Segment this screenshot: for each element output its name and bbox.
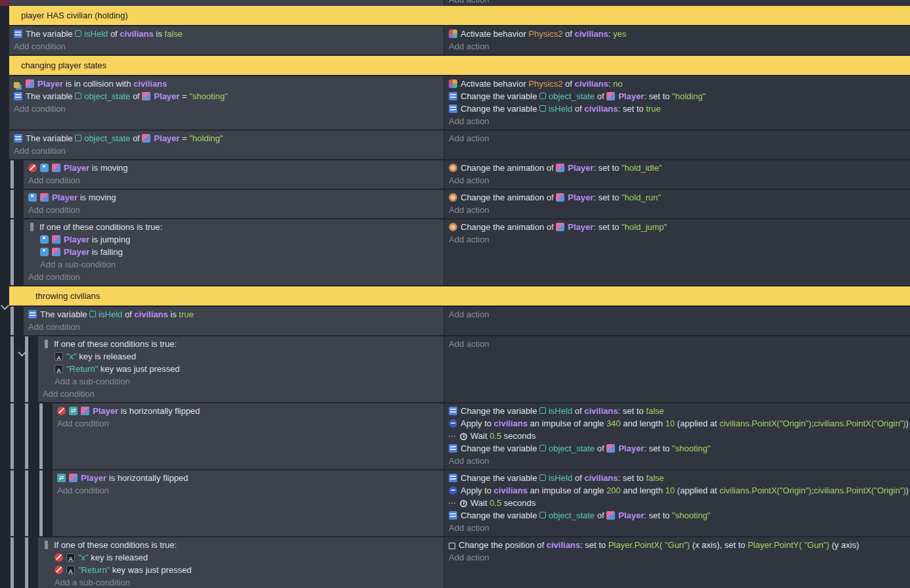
text-token: seconds: [501, 498, 535, 508]
condition[interactable]: Player is jumping: [24, 233, 444, 246]
condition[interactable]: Player is horizontally flipped: [53, 472, 444, 484]
action[interactable]: Change the variable isHeld of civilians:…: [444, 472, 910, 484]
action[interactable]: Wait 0.5 seconds: [444, 497, 910, 509]
add-action-link[interactable]: Add action: [444, 115, 910, 127]
text-token: false: [646, 406, 664, 416]
add-condition-link[interactable]: Add condition: [53, 417, 444, 430]
action[interactable]: Change the position of civilians: set to…: [444, 539, 910, 551]
drag-handle[interactable]: [39, 470, 43, 536]
add-sub-condition-link[interactable]: Add a sub-condition: [38, 375, 444, 388]
text-token: of: [130, 91, 142, 101]
add-condition-link[interactable]: Add condition: [24, 321, 444, 333]
add-condition-link[interactable]: Add condition: [38, 388, 444, 400]
condition[interactable]: Player is in collision with civilians: [9, 78, 444, 90]
comment-row[interactable]: throwing civilians: [30, 286, 910, 305]
condition[interactable]: The variable isHeld of civilians is true: [24, 308, 444, 321]
condition[interactable]: If one of these conditions is true:: [24, 221, 444, 233]
drag-handle[interactable]: [11, 470, 14, 536]
text-token: of: [595, 510, 606, 520]
sprite-icon: [69, 474, 78, 482]
condition[interactable]: "Return" key was just pressed: [38, 564, 444, 576]
text-token: and length: [621, 486, 666, 495]
condition[interactable]: Player is horizontally flipped: [53, 405, 444, 417]
conditions-panel: If one of these conditions is true:"x" k…: [38, 537, 444, 588]
text-token: Player: [81, 473, 106, 483]
animation-icon: [449, 193, 457, 202]
conditions-panel: Player is horizontally flippedAdd condit…: [53, 470, 444, 536]
add-action-link[interactable]: Add action: [444, 455, 910, 467]
comment-row-wrap: player HAS civilian (holding): [9, 6, 910, 25]
drag-handle[interactable]: [11, 307, 14, 335]
add-action-link[interactable]: Add action: [444, 0, 910, 6]
add-condition-link[interactable]: Add condition: [24, 174, 444, 187]
add-action-link[interactable]: Add action: [444, 551, 910, 564]
event-row: The variable isHeld of civilians is fals…: [9, 26, 910, 55]
add-action-link[interactable]: Add action: [444, 174, 910, 187]
condition[interactable]: Player is moving: [24, 191, 444, 204]
text-token: an impulse of angle: [528, 418, 606, 428]
add-action-link[interactable]: Add action: [444, 338, 910, 350]
add-action-link[interactable]: Add action: [444, 204, 910, 216]
condition[interactable]: If one of these conditions is true:: [38, 338, 444, 350]
add-action-link[interactable]: Add action: [444, 522, 910, 534]
add-sub-condition-link[interactable]: Add a sub-condition: [24, 258, 444, 271]
variable-icon: [449, 104, 457, 113]
action[interactable]: Apply to civilians an impulse of angle 2…: [444, 484, 910, 497]
action[interactable]: Change the variable object_state of Play…: [444, 442, 910, 455]
text-token: civilians: [120, 29, 153, 39]
action[interactable]: Change the animation of Player: set to "…: [444, 191, 910, 204]
action[interactable]: Change the variable isHeld of civilians:…: [444, 102, 910, 115]
add-condition-link[interactable]: Add condition: [24, 204, 444, 216]
condition[interactable]: "x" key is released: [38, 350, 444, 363]
drag-handle[interactable]: [11, 336, 14, 402]
drag-handle[interactable]: [25, 403, 28, 469]
condition[interactable]: "x" key is released: [38, 551, 444, 564]
actions-panel: Add action: [444, 307, 910, 335]
drag-handle[interactable]: [11, 190, 14, 218]
sprite-icon: [142, 92, 150, 101]
add-condition-link[interactable]: Add condition: [9, 102, 444, 115]
drag-handle[interactable]: [11, 403, 14, 469]
drag-handle[interactable]: [25, 537, 28, 588]
drag-handle[interactable]: [25, 470, 28, 536]
action[interactable]: Change the animation of Player: set to "…: [444, 162, 910, 174]
drag-handle[interactable]: [11, 160, 14, 189]
condition[interactable]: If one of these conditions is true:: [38, 539, 444, 551]
action[interactable]: Change the variable isHeld of civilians:…: [444, 405, 910, 417]
condition[interactable]: Player is moving: [24, 162, 444, 174]
condition[interactable]: Player is falling: [24, 246, 444, 258]
add-action-link[interactable]: Add action: [444, 233, 910, 246]
condition[interactable]: "Return" key was just pressed: [38, 363, 444, 375]
behavior-icon: [449, 79, 457, 88]
add-action-link[interactable]: Add action: [444, 132, 910, 145]
action[interactable]: Activate behavior Physics2 of civilians:…: [444, 78, 910, 90]
text-token: "Return": [66, 364, 98, 374]
action[interactable]: Change the variable object_state of Play…: [444, 90, 910, 102]
drag-handle[interactable]: [11, 219, 14, 285]
add-action-link[interactable]: Add action: [444, 40, 910, 53]
varfield-icon: [75, 30, 81, 37]
clock-icon: [460, 500, 467, 507]
action[interactable]: Change the variable object_state of Play…: [444, 509, 910, 522]
condition[interactable]: The variable object_state of Player = "h…: [9, 132, 444, 145]
drag-handle[interactable]: [39, 403, 43, 469]
action[interactable]: Change the animation of Player: set to "…: [444, 221, 910, 233]
condition[interactable]: The variable isHeld of civilians is fals…: [9, 28, 444, 40]
add-condition-link[interactable]: Add condition: [24, 271, 444, 283]
condition[interactable]: The variable object_state of Player = "s…: [9, 90, 444, 102]
add-sub-condition-link[interactable]: Add a sub-condition: [38, 576, 444, 588]
drag-handle[interactable]: [25, 336, 28, 402]
event-row: Player is movingAdd conditionChange the …: [9, 190, 910, 218]
drag-handle[interactable]: [11, 537, 14, 588]
action[interactable]: Wait 0.5 seconds: [444, 430, 910, 442]
add-condition-link[interactable]: Add condition: [53, 484, 444, 497]
action[interactable]: Apply to civilians an impulse of angle 3…: [444, 417, 910, 430]
action[interactable]: Activate behavior Physics2 of civilians:…: [444, 28, 910, 40]
add-condition-link[interactable]: Add condition: [9, 40, 444, 53]
add-action-link[interactable]: Add action: [444, 308, 910, 321]
sprite-icon: [52, 248, 60, 256]
comment-row[interactable]: player HAS civilian (holding): [15, 6, 906, 25]
add-condition-link[interactable]: Add condition: [9, 145, 444, 157]
comment-row[interactable]: changing player states: [15, 56, 910, 75]
key-icon: [66, 553, 75, 562]
